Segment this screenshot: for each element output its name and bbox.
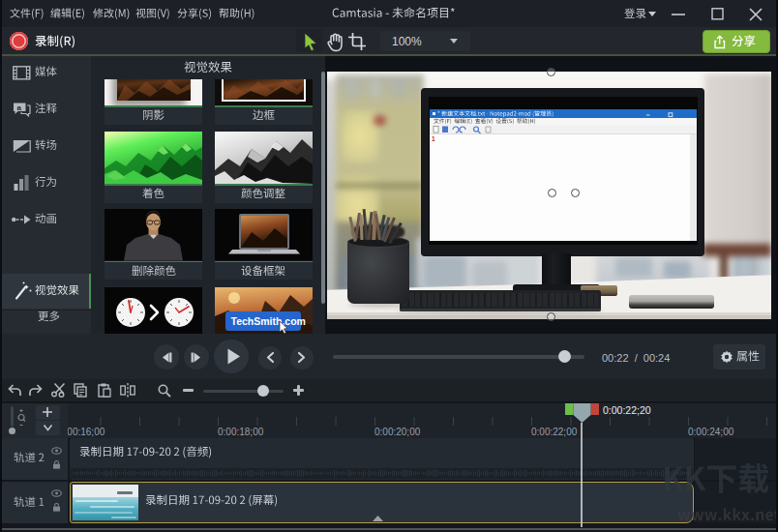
- svg-text:a: a: [17, 103, 22, 112]
